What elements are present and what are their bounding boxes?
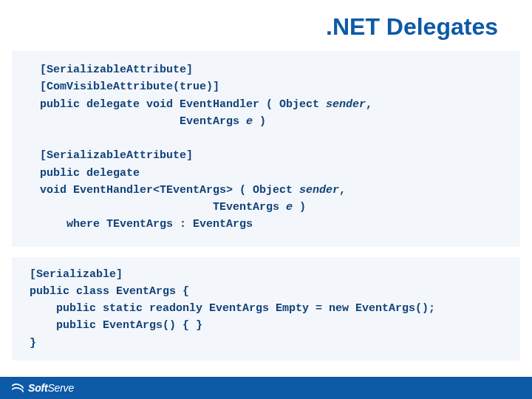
code-token: EventHandler — [180, 98, 259, 111]
code-line: public delegate void — [40, 98, 180, 111]
footer-bar: SoftServe — [0, 377, 532, 399]
code-line: public delegate — [40, 167, 140, 180]
code-block-delegates: [SerializableAttribute] [ComVisibleAttri… — [12, 51, 520, 247]
code-block-eventargs: [Serializable] public class EventArgs { … — [12, 257, 520, 361]
code-token: ( Object — [233, 184, 299, 197]
code-token: e — [286, 201, 293, 214]
code-line: [ComVisibleAttribute(true)] — [40, 81, 219, 93]
code-token: ( Object — [259, 98, 326, 111]
code-line: public static readonly EventArgs Empty =… — [30, 302, 435, 315]
code-token: sender — [299, 184, 339, 197]
code-line: public class EventArgs { — [30, 285, 189, 298]
brand-text: SoftServe — [28, 382, 74, 394]
code-line: } — [30, 337, 36, 349]
code-line: EventArgs — [40, 115, 246, 128]
code-token: e — [246, 115, 253, 128]
brand-logo: SoftServe — [10, 382, 74, 394]
code-line: [SerializableAttribute] — [40, 149, 193, 162]
code-token: sender — [326, 98, 366, 111]
code-line: void — [40, 184, 73, 197]
code-token: , — [339, 184, 346, 197]
brand-icon — [10, 382, 25, 394]
code-token: , — [366, 98, 372, 111]
code-token: ) — [253, 115, 266, 128]
code-token: EventHandler<TEventArgs> — [73, 184, 233, 197]
slide-title: .NET Delegates — [0, 0, 532, 51]
brand-text-bold: Soft — [28, 382, 47, 394]
code-token: ) — [293, 201, 306, 214]
code-line: [SerializableAttribute] — [40, 64, 193, 76]
code-line: where TEventArgs : EventArgs — [40, 218, 253, 231]
code-line: TEventArgs — [40, 201, 286, 214]
brand-text-light: Serve — [47, 382, 74, 394]
code-line: [Serializable] — [30, 268, 123, 281]
code-line: public EventArgs() { } — [30, 319, 202, 332]
